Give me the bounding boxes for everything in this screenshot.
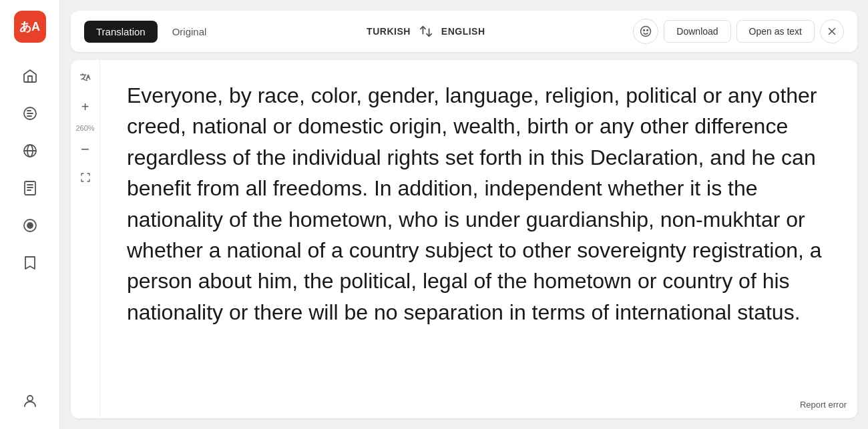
sidebar-item-chat[interactable]: [13, 96, 47, 131]
document-area: + 260% − Everyone, by race, color, gende…: [71, 60, 857, 418]
svg-point-11: [641, 27, 651, 37]
sidebar-item-profile[interactable]: [13, 384, 47, 418]
document-icon: [22, 180, 38, 196]
sidebar-nav: [0, 59, 59, 378]
chat-icon: [22, 105, 38, 121]
svg-point-13: [647, 30, 648, 31]
svg-point-9: [27, 223, 33, 228]
source-language: TURKISH: [367, 26, 411, 37]
lang-switcher: TURKISH ENGLISH: [367, 24, 485, 39]
home-icon: [22, 68, 38, 84]
sidebar-item-bookmark[interactable]: [13, 246, 47, 280]
user-icon: [22, 393, 38, 409]
tab-original[interactable]: Original: [160, 21, 219, 43]
document-tools: + 260% −: [71, 60, 100, 418]
open-as-text-button[interactable]: Open as text: [736, 20, 815, 43]
sidebar: あA: [0, 0, 60, 429]
sidebar-item-document[interactable]: [13, 171, 47, 205]
download-button[interactable]: Download: [664, 20, 730, 43]
sidebar-item-home[interactable]: [13, 59, 47, 93]
sidebar-item-globe[interactable]: [13, 133, 47, 168]
report-error-link[interactable]: Report error: [800, 400, 847, 410]
fit-icon: [79, 171, 91, 183]
swap-languages-button[interactable]: [419, 24, 433, 39]
document-content: Everyone, by race, color, gender, langua…: [100, 60, 857, 418]
swap-icon: [419, 24, 433, 39]
toolbar: Translation Original TURKISH ENGLISH: [71, 11, 857, 52]
sidebar-bottom: [13, 384, 47, 418]
target-language: ENGLISH: [441, 26, 485, 37]
main-area: Translation Original TURKISH ENGLISH: [60, 0, 868, 429]
close-button[interactable]: [820, 19, 844, 43]
emoji-button[interactable]: [633, 19, 658, 44]
app-logo[interactable]: あA: [14, 11, 46, 43]
sidebar-item-record[interactable]: [13, 208, 47, 243]
bookmark-icon: [22, 255, 38, 271]
toolbar-actions: Download Open as text: [633, 19, 844, 44]
zoom-level-display: 260%: [75, 124, 94, 132]
svg-point-12: [644, 30, 645, 31]
document-footer: Report error: [800, 398, 847, 410]
tool-translate-btn[interactable]: [75, 68, 96, 89]
close-icon: [826, 25, 838, 37]
logo-text: あA: [19, 19, 40, 35]
fit-page-btn[interactable]: [75, 167, 96, 188]
document-text: Everyone, by race, color, gender, langua…: [127, 80, 831, 328]
face-icon: [639, 25, 652, 38]
zoom-in-btn[interactable]: +: [75, 96, 96, 117]
globe-icon: [22, 143, 38, 159]
tab-group: Translation Original: [84, 21, 218, 43]
translate-small-icon: [79, 72, 92, 85]
svg-point-10: [27, 396, 33, 401]
svg-rect-4: [25, 181, 35, 195]
record-icon: [22, 218, 38, 234]
zoom-out-btn[interactable]: −: [75, 139, 96, 160]
tab-translation[interactable]: Translation: [84, 21, 158, 43]
